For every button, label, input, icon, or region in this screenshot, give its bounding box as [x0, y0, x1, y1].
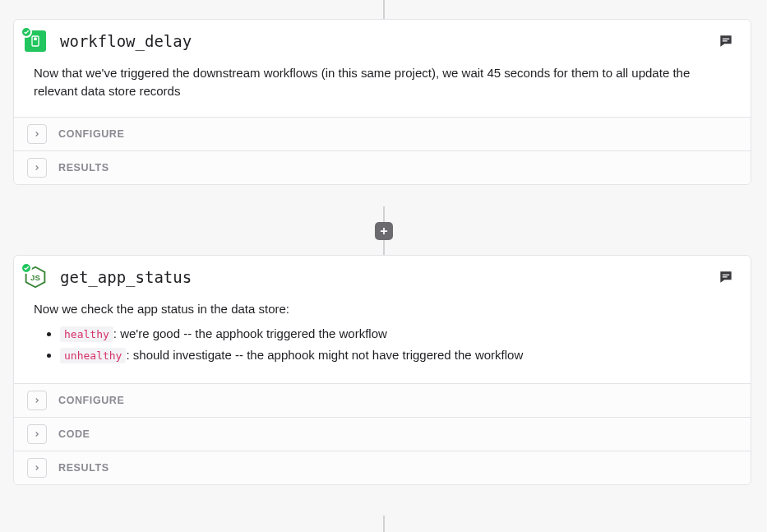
- chevron-right-icon: [27, 124, 47, 144]
- success-badge-icon: [21, 262, 32, 274]
- svg-rect-6: [723, 275, 729, 275]
- step-title: workflow_delay: [60, 32, 718, 50]
- workflow-step-card: workflow_delay Now that we've triggered …: [13, 19, 751, 185]
- chevron-right-icon: [27, 391, 47, 410]
- status-chip-healthy: healthy: [60, 326, 113, 342]
- list-item: healthy: we're good -- the apphook trigg…: [60, 325, 731, 343]
- chevron-right-icon: [27, 424, 47, 444]
- section-label: CONFIGURE: [58, 395, 124, 406]
- success-badge-icon: [21, 26, 32, 38]
- section-label: RESULTS: [58, 162, 109, 173]
- step-header[interactable]: JS get_app_status: [14, 256, 751, 294]
- results-section-toggle[interactable]: RESULTS: [14, 150, 751, 184]
- svg-text:JS: JS: [30, 273, 40, 282]
- code-section-toggle[interactable]: CODE: [14, 417, 751, 451]
- svg-rect-7: [723, 276, 728, 277]
- chevron-right-icon: [27, 458, 47, 478]
- chevron-right-icon: [27, 158, 47, 178]
- section-label: RESULTS: [58, 462, 109, 474]
- comment-icon[interactable]: [718, 269, 734, 285]
- section-label: CONFIGURE: [58, 128, 124, 140]
- section-label: CODE: [58, 428, 90, 440]
- add-step-button[interactable]: [375, 222, 393, 240]
- status-text: : should investigate -- the apphook migh…: [126, 348, 523, 362]
- svg-point-1: [35, 38, 37, 40]
- svg-rect-3: [723, 40, 728, 41]
- status-text: : we're good -- the apphook triggered th…: [113, 326, 387, 340]
- results-section-toggle[interactable]: RESULTS: [14, 451, 751, 484]
- step-header[interactable]: workflow_delay: [14, 20, 751, 58]
- workflow-step-card: JS get_app_status Now we check the app s…: [13, 255, 751, 485]
- list-item: unhealthy: should investigate -- the app…: [60, 346, 731, 364]
- svg-rect-2: [723, 39, 729, 39]
- step-intro-text: Now we check the app status in the data …: [34, 302, 289, 316]
- step-description: Now we check the app status in the data …: [14, 294, 751, 384]
- step-icon-wrap: JS: [24, 266, 47, 289]
- configure-section-toggle[interactable]: CONFIGURE: [14, 118, 751, 150]
- plus-icon: [378, 225, 390, 237]
- step-icon-wrap: [24, 30, 47, 53]
- comment-icon[interactable]: [718, 33, 734, 49]
- step-description: Now that we've triggered the downstream …: [14, 58, 751, 118]
- connector-line: [383, 516, 385, 532]
- status-chip-unhealthy: unhealthy: [60, 348, 126, 363]
- step-title: get_app_status: [60, 268, 718, 286]
- configure-section-toggle[interactable]: CONFIGURE: [14, 384, 751, 417]
